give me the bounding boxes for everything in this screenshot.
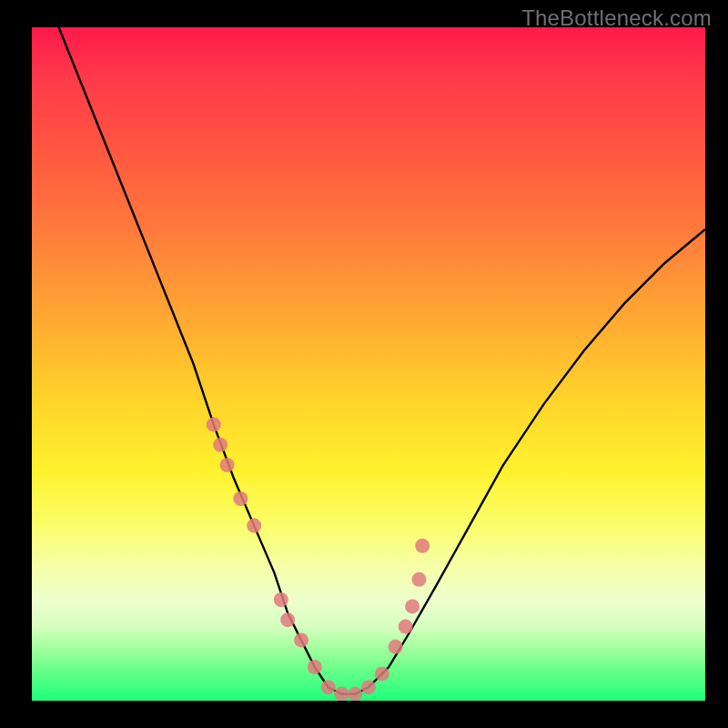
- highlight-dots-group: [207, 418, 430, 701]
- highlight-dot: [375, 666, 389, 681]
- highlight-dot: [348, 687, 362, 701]
- watermark-text: TheBottleneck.com: [521, 5, 712, 31]
- highlight-dot: [207, 418, 221, 432]
- highlight-dot: [274, 592, 288, 607]
- highlight-dot: [399, 620, 413, 634]
- highlight-dot: [308, 660, 322, 674]
- highlight-dot: [334, 687, 349, 701]
- highlight-dot: [280, 612, 295, 627]
- bottleneck-curve: [59, 27, 705, 694]
- chart-container: TheBottleneck.com: [0, 0, 728, 728]
- highlight-dot: [213, 438, 228, 452]
- highlight-dot: [233, 491, 248, 506]
- highlight-dot: [415, 539, 430, 553]
- highlight-dot: [412, 572, 427, 587]
- highlight-dot: [294, 632, 308, 647]
- highlight-dot: [361, 680, 376, 694]
- highlight-dot: [247, 519, 261, 533]
- highlight-dot: [220, 458, 235, 472]
- highlight-dot: [405, 599, 420, 613]
- plot-area: [32, 27, 705, 701]
- highlight-dot: [389, 640, 403, 654]
- curve-layer: [32, 27, 705, 701]
- highlight-dot: [321, 680, 336, 694]
